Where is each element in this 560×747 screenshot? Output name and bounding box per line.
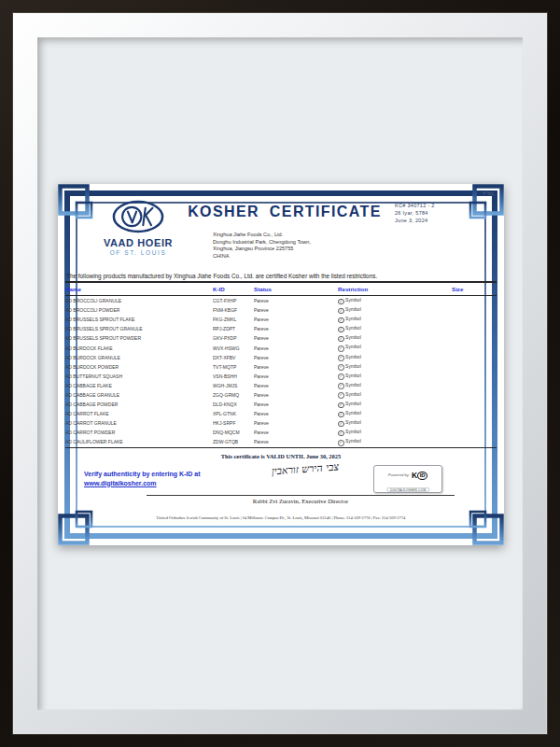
product-name: AD BRUSSELS SPROUT POWDER — [65, 335, 213, 341]
product-status: Pareve — [254, 345, 338, 351]
table-header-row: Name K-ID Status Restriction Size — [65, 281, 497, 296]
restriction-label: Symbol — [345, 410, 361, 416]
check-circle-icon: ✓ — [338, 345, 344, 352]
product-kid: FKG-ZMKL — [213, 317, 254, 322]
check-circle-icon: ✓ — [338, 412, 344, 418]
product-kid: ZGQ-GRMQ — [213, 392, 254, 398]
hebrew-bsd-text: בס"ד — [483, 190, 494, 196]
certificate-number: KC# 340712 - 2 — [395, 202, 493, 209]
check-circle-icon: ✓ — [338, 317, 344, 324]
product-name: AD CARROT POWDER — [65, 430, 213, 435]
product-name: AD BURDOCK FLAKE — [65, 345, 213, 351]
product-status: Pareve — [254, 364, 338, 370]
product-status: Pareve — [254, 374, 338, 379]
issue-date: June 3, 2024 — [395, 217, 493, 224]
header-status: Status — [254, 286, 338, 292]
product-status: Pareve — [254, 355, 338, 360]
check-circle-icon: ✓ — [338, 421, 344, 428]
restriction-label: Symbol — [345, 438, 361, 444]
product-kid: CGT-FXHP — [213, 298, 254, 303]
product-restriction: ✓Symbol — [338, 297, 452, 304]
kid-powered-badge: Powered by: KID DIGITALKOSHER.COM — [373, 465, 442, 493]
product-kid: TVT-MQTP — [213, 364, 254, 370]
company-country: CHINA — [213, 253, 311, 261]
digitalkosher-badge-text: DIGITALKOSHER.COM — [386, 487, 428, 492]
product-name: AD BROCCOLI GRANULE — [65, 298, 213, 303]
table-row: AD BROCCOLI POWDER FNM-KBGF Pareve ✓Symb… — [65, 305, 497, 315]
kid-logo-icon: KID — [412, 471, 427, 480]
product-restriction: ✓Symbol — [338, 354, 452, 361]
product-kid: DLD-KNQX — [213, 402, 254, 407]
restriction-label: Symbol — [345, 354, 361, 359]
restriction-label: Symbol — [345, 391, 361, 397]
org-name: VAAD HOEIR — [88, 237, 189, 248]
product-kid: HKJ-SRPF — [213, 420, 254, 426]
product-kid: XPL-GTNK — [213, 411, 254, 416]
certificate-meta: KC# 340712 - 2 26 Iyar, 5784 June 3, 202… — [395, 202, 493, 224]
product-kid: FNM-KBGF — [213, 307, 254, 313]
check-circle-icon: ✓ — [338, 374, 344, 380]
table-row: AD CARROT POWDER DNQ-MQCM Pareve ✓Symbol — [65, 428, 497, 437]
product-status: Pareve — [254, 317, 338, 322]
restriction-label: Symbol — [345, 334, 361, 340]
check-circle-icon: ✓ — [338, 430, 344, 437]
check-circle-icon: ✓ — [338, 392, 344, 399]
verify-authenticity-block: Verify authenticity by entering K-ID at … — [84, 470, 238, 487]
product-name: AD CABBAGE GRANULE — [65, 392, 213, 398]
check-circle-icon: ✓ — [338, 336, 344, 343]
header-restriction: Restriction — [338, 286, 452, 292]
product-name: AD BROCCOLI POWDER — [65, 307, 213, 313]
restriction-label: Symbol — [345, 297, 361, 303]
product-kid: WVX-HSWG — [213, 345, 254, 351]
digitalkosher-link[interactable]: www.digitalkosher.com — [84, 480, 157, 486]
product-status: Pareve — [254, 392, 338, 398]
table-row: AD BRUSSELS SPROUT GRANULE RPJ-ZDPT Pare… — [65, 324, 497, 333]
product-restriction: ✓Symbol — [338, 363, 452, 371]
product-status: Pareve — [254, 326, 338, 331]
intro-statement: The following products manufactured by X… — [66, 273, 497, 279]
restriction-label: Symbol — [345, 382, 361, 388]
check-circle-icon: ✓ — [338, 355, 344, 361]
check-circle-icon: ✓ — [338, 364, 344, 371]
header-size: Size — [452, 286, 497, 292]
product-status: Pareve — [254, 335, 338, 341]
certificate-title: KOSHER CERTIFICATE — [168, 204, 401, 220]
header-name: Name — [65, 286, 213, 292]
product-status: Pareve — [254, 420, 338, 426]
product-name: AD BRUSSELS SPROUT FLAKE — [65, 317, 213, 322]
product-name: AD BRUSSELS SPROUT GRANULE — [65, 326, 213, 331]
table-row: AD CARROT FLAKE XPL-GTNK Pareve ✓Symbol — [65, 409, 497, 418]
restriction-label: Symbol — [345, 373, 361, 378]
badge-top-row: Powered by: KID — [388, 471, 427, 480]
table-row: AD CABBAGE POWDER DLD-KNQX Pareve ✓Symbo… — [65, 400, 497, 409]
company-address-2: Xinghua, Jiangsu Province 225755 — [213, 246, 311, 253]
check-circle-icon: ✓ — [338, 402, 344, 409]
product-restriction: ✓Symbol — [338, 429, 452, 436]
table-row: AD CABBAGE FLAKE WGH-JMJS Pareve ✓Symbol — [65, 381, 497, 390]
table-row: AD CARROT GRANULE HKJ-SRPF Pareve ✓Symbo… — [65, 418, 497, 428]
check-circle-icon: ✓ — [338, 440, 344, 446]
restriction-label: Symbol — [345, 419, 361, 425]
restriction-label: Symbol — [345, 429, 361, 434]
kosher-certificate-document: בס"ד VAAD HOEIR OF ST. LOUIS KOSHER CERT… — [58, 184, 504, 545]
product-restriction: ✓Symbol — [338, 438, 452, 445]
product-name: AD CARROT GRANULE — [65, 420, 213, 426]
product-name: AD CARROT FLAKE — [65, 411, 213, 416]
products-table: Name K-ID Status Restriction Size AD BRO… — [65, 281, 497, 448]
restriction-label: Symbol — [345, 325, 361, 331]
product-status: Pareve — [254, 307, 338, 313]
product-name: AD CABBAGE POWDER — [65, 402, 213, 407]
restriction-label: Symbol — [345, 363, 361, 369]
table-row: AD BRUSSELS SPROUT FLAKE FKG-ZMKL Pareve… — [65, 315, 497, 324]
product-kid: WGH-JMJS — [213, 383, 254, 388]
product-restriction: ✓Symbol — [338, 410, 452, 417]
product-restriction: ✓Symbol — [338, 401, 452, 408]
ovk-logo-icon — [111, 198, 165, 235]
restriction-label: Symbol — [345, 344, 361, 349]
table-row: AD BURDOCK POWDER TVT-MQTP Pareve ✓Symbo… — [65, 362, 497, 372]
table-row: AD BURDOCK FLAKE WVX-HSWG Pareve ✓Symbol — [65, 343, 497, 352]
table-row: AD BUTTERNUT SQUASH VSN-BSHH Pareve ✓Sym… — [65, 372, 497, 381]
company-address-block: Xinghua Jiahe Foods Co., Ltd. Donghu Ind… — [213, 232, 311, 260]
product-status: Pareve — [254, 430, 338, 435]
product-name: AD CAULIFLOWER FLAKE — [65, 439, 213, 444]
